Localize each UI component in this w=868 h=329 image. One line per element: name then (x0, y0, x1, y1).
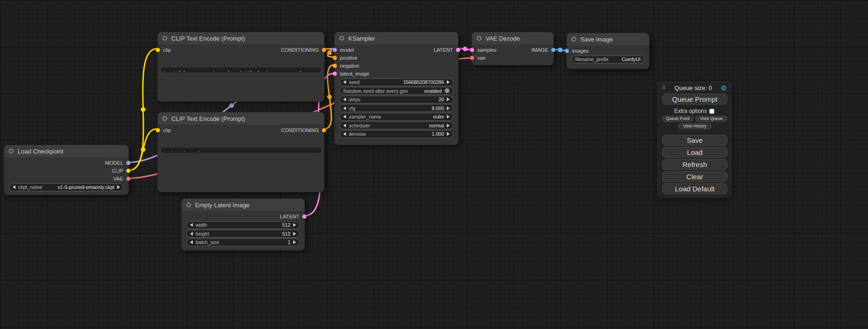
increment-arrow-icon[interactable] (447, 106, 450, 110)
samples-input-socket[interactable] (470, 48, 474, 52)
drag-handle-icon[interactable]: ⠿ (662, 85, 666, 91)
negative-input-socket[interactable] (332, 63, 337, 68)
widget-steps[interactable]: steps 20 (339, 96, 453, 104)
clip-input-socket[interactable] (155, 48, 160, 52)
latent-output-socket[interactable] (302, 214, 307, 219)
node-title-bar[interactable]: CLIP Text Encode (Prompt) (158, 32, 324, 44)
increment-arrow-icon[interactable] (293, 232, 296, 236)
increment-arrow-icon[interactable] (293, 223, 296, 227)
load-default-button[interactable]: Load Default (662, 183, 727, 194)
increment-arrow-icon[interactable] (447, 132, 450, 136)
settings-gear-icon[interactable]: ⚙ (721, 84, 727, 91)
collapse-dot-icon[interactable] (162, 116, 167, 121)
widget-label: filename_prefix (575, 56, 608, 62)
decrement-arrow-icon[interactable] (343, 132, 346, 136)
widget-value: enabled (424, 88, 442, 94)
load-button[interactable]: Load (662, 147, 727, 158)
node-title-bar[interactable]: KSampler (335, 32, 458, 44)
clip-output-socket[interactable] (126, 168, 131, 173)
node-body: clip CONDITIONING beautiful scenery natu… (158, 44, 324, 54)
view-queue-button[interactable]: View Queue (695, 116, 727, 122)
conditioning-output-socket[interactable] (322, 128, 326, 133)
collapse-dot-icon[interactable] (572, 37, 576, 42)
widget-width[interactable]: width 512 (186, 221, 300, 229)
node-load-checkpoint[interactable]: Load Checkpoint MODEL CLIP VAE ckpt_name… (4, 145, 129, 195)
widget-ckpt-name[interactable]: ckpt_name v1-5-pruned-emaonly.ckpt (9, 183, 124, 191)
collapse-dot-icon[interactable] (339, 36, 344, 41)
node-clip-text-encode-positive[interactable]: CLIP Text Encode (Prompt) clip CONDITION… (157, 32, 325, 102)
widget-scheduler[interactable]: scheduler normal (339, 121, 453, 129)
node-clip-text-encode-negative[interactable]: CLIP Text Encode (Prompt) clip CONDITION… (157, 112, 325, 192)
clear-button[interactable]: Clear (662, 171, 727, 182)
refresh-button[interactable]: Refresh (662, 159, 727, 170)
increment-arrow-icon[interactable] (447, 80, 450, 84)
node-empty-latent-image[interactable]: Empty Latent Image LATENT width 512 heig… (181, 198, 305, 251)
widget-label: denoise (349, 131, 366, 137)
widget-random-seed[interactable]: Random seed after every gen enabled (339, 87, 453, 95)
increment-arrow-icon[interactable] (117, 185, 120, 189)
decrement-arrow-icon[interactable] (190, 232, 193, 236)
node-title-bar[interactable]: Empty Latent Image (182, 199, 304, 211)
widget-label: batch_size (196, 239, 219, 245)
widget-height[interactable]: height 512 (186, 230, 300, 238)
latent-image-input-socket[interactable] (332, 71, 337, 76)
increment-arrow-icon[interactable] (293, 240, 296, 244)
decrement-arrow-icon[interactable] (343, 106, 346, 110)
widget-value: 1.000 (432, 131, 444, 137)
toggle-knob[interactable] (445, 88, 450, 93)
increment-arrow-icon[interactable] (447, 124, 450, 127)
node-title-bar[interactable]: Save Image (567, 33, 649, 45)
decrement-arrow-icon[interactable] (343, 98, 346, 101)
decrement-arrow-icon[interactable] (190, 240, 193, 244)
save-button[interactable]: Save (662, 135, 727, 146)
node-title: KSampler (348, 35, 375, 42)
widget-denoise[interactable]: denoise 1.000 (339, 130, 453, 138)
collapse-dot-icon[interactable] (477, 36, 481, 41)
graph-canvas[interactable]: Load Checkpoint MODEL CLIP VAE ckpt_name… (0, 0, 868, 329)
collapse-dot-icon[interactable] (186, 203, 191, 207)
queue-front-button[interactable]: Queue Front (662, 116, 693, 122)
widget-seed[interactable]: seed 156680208700286 (339, 78, 453, 86)
decrement-arrow-icon[interactable] (343, 80, 346, 84)
widget-sampler-name[interactable]: sampler_name euler (339, 113, 453, 121)
widget-batch-size[interactable]: batch_size 1 (186, 238, 300, 246)
extra-options-checkbox[interactable] (709, 109, 714, 114)
clip-input-socket[interactable] (155, 128, 160, 133)
node-title-bar[interactable]: Load Checkpoint (4, 145, 128, 157)
decrement-arrow-icon[interactable] (343, 115, 346, 119)
node-title-bar[interactable]: CLIP Text Encode (Prompt) (158, 112, 324, 125)
vae-input-socket[interactable] (470, 56, 474, 60)
images-input-socket[interactable] (565, 49, 569, 53)
increment-arrow-icon[interactable] (447, 115, 450, 119)
model-input-socket[interactable] (332, 48, 337, 52)
vae-output-socket[interactable] (126, 176, 131, 181)
positive-prompt-textarea[interactable]: beautiful scenery nature glass bottle la… (161, 68, 321, 72)
image-output-socket[interactable] (551, 48, 556, 52)
widget-label: height (196, 231, 209, 237)
latent-output-socket[interactable] (456, 48, 460, 52)
negative-prompt-textarea[interactable]: text, watermark (161, 148, 321, 153)
widget-value: 512 (282, 231, 290, 237)
widget-cfg[interactable]: cfg 8.000 (339, 104, 453, 112)
widget-value: ComfyUI (621, 56, 641, 62)
model-output-socket[interactable] (126, 161, 131, 165)
input-slot-vae: vae (472, 54, 553, 62)
collapse-dot-icon[interactable] (9, 149, 14, 154)
node-save-image[interactable]: Save Image images filename_prefix ComfyU… (566, 33, 649, 69)
node-vae-decode[interactable]: VAE Decode samples IMAGE vae (472, 32, 554, 65)
decrement-arrow-icon[interactable] (190, 223, 193, 227)
view-history-button[interactable]: View History (678, 123, 712, 129)
queue-prompt-button[interactable]: Queue Prompt (662, 94, 727, 105)
decrement-arrow-icon[interactable] (13, 185, 15, 189)
increment-arrow-icon[interactable] (447, 98, 450, 101)
node-ksampler[interactable]: KSampler model LATENT positive negative … (334, 32, 459, 145)
collapse-dot-icon[interactable] (162, 36, 167, 41)
output-label-conditioning: CONDITIONING (281, 127, 319, 133)
conditioning-output-socket[interactable] (322, 48, 326, 52)
widget-filename-prefix[interactable]: filename_prefix ComfyUI (572, 56, 644, 63)
decrement-arrow-icon[interactable] (343, 124, 346, 127)
positive-input-socket[interactable] (332, 56, 337, 60)
node-title-bar[interactable]: VAE Decode (472, 32, 553, 44)
node-body: images filename_prefix ComfyUI (567, 45, 649, 63)
extra-options-label: Extra options (674, 108, 707, 114)
